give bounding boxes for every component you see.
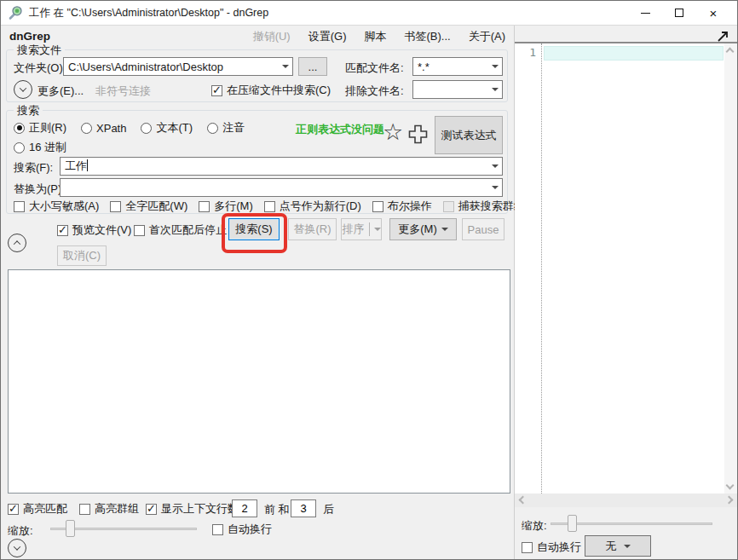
highlight-groups-checkbox[interactable]: 高亮群组 bbox=[79, 501, 139, 517]
exclude-filename-combobox[interactable] bbox=[412, 80, 503, 99]
replace-button-label: 替换(R) bbox=[293, 222, 331, 237]
chevron-down-icon[interactable] bbox=[278, 58, 292, 75]
chevron-down-icon[interactable] bbox=[487, 158, 502, 175]
search-archives-checkbox[interactable]: 在压缩文件中搜索(C) bbox=[211, 83, 331, 98]
scroll-left-icon[interactable] bbox=[519, 496, 528, 505]
option-dot-as-newline[interactable]: 点号作为新行(D) bbox=[264, 199, 361, 214]
search-group-title: 搜索 bbox=[14, 103, 43, 118]
cancel-button-label: 取消(C) bbox=[63, 248, 101, 263]
stop-after-first-match-checkbox[interactable]: 首次匹配后停止 bbox=[134, 222, 227, 238]
preview-file-checkbox[interactable]: 预览文件(V) bbox=[57, 222, 131, 238]
pause-button-label: Pause bbox=[468, 223, 499, 236]
sort-split-button: 排序 bbox=[341, 218, 382, 240]
more-options-label[interactable]: 更多(E)... bbox=[37, 84, 84, 99]
search-button[interactable]: 搜索(S) bbox=[228, 218, 280, 240]
radio-xpath[interactable]: XPath bbox=[81, 120, 126, 136]
regex-validation-message: 正则表达式没问题 bbox=[296, 122, 384, 137]
option-multiline[interactable]: 多行(M) bbox=[199, 199, 253, 214]
add-plus-icon[interactable] bbox=[407, 124, 429, 145]
close-button[interactable]: × bbox=[696, 1, 730, 25]
chevron-up-icon bbox=[14, 240, 20, 247]
menu-about[interactable]: 关于(A) bbox=[469, 29, 505, 44]
slider-thumb[interactable] bbox=[66, 520, 75, 537]
match-filename-combobox[interactable]: *.* bbox=[412, 57, 503, 76]
open-in-window-arrow-icon bbox=[716, 29, 730, 43]
chevron-down-icon[interactable] bbox=[487, 81, 502, 98]
menu-undo: 撤销(U) bbox=[253, 29, 291, 44]
bookmark-star-icon[interactable]: ☆ bbox=[383, 121, 403, 144]
radio-icon bbox=[14, 142, 25, 153]
radio-hex-label: 16 进制 bbox=[29, 140, 66, 155]
menu-brand: dnGrep bbox=[9, 30, 50, 43]
collapse-top-expander[interactable] bbox=[8, 234, 26, 252]
chevron-down-icon bbox=[374, 228, 381, 231]
preview-wrap-checkbox[interactable]: 自动换行 bbox=[522, 540, 581, 555]
search-group: 搜索 正则(R) XPath 文本(T) 注音 16 进制 正则表达式没问题 ☆… bbox=[6, 110, 508, 214]
preview-zoom-slider[interactable] bbox=[551, 515, 712, 532]
scroll-right-icon[interactable] bbox=[725, 496, 734, 505]
preview-editor[interactable]: 1 bbox=[515, 42, 737, 494]
stop-after-first-match-label: 首次匹配后停止 bbox=[149, 222, 227, 238]
syntax-dropdown[interactable]: 无 bbox=[585, 535, 651, 557]
menu-bar: dnGrep 撤销(U) 设置(G) 脚本 书签(B)... 关于(A) bbox=[1, 26, 514, 47]
option-label: 布尔操作 bbox=[388, 199, 432, 214]
menu-settings[interactable]: 设置(G) bbox=[308, 29, 347, 44]
window-title: 工作 在 "C:\Users\Administrator\Desktop" - … bbox=[29, 6, 268, 20]
test-expression-button[interactable]: 测试表达式 bbox=[435, 116, 503, 154]
show-context-lines-checkbox[interactable]: 显示上下文行数 bbox=[146, 501, 239, 517]
dngrep-window: 工作 在 "C:\Users\Administrator\Desktop" - … bbox=[0, 0, 738, 560]
chevron-down-icon[interactable] bbox=[487, 179, 502, 196]
results-wrap-checkbox[interactable]: 自动换行 bbox=[212, 522, 272, 537]
highlight-matches-checkbox[interactable]: 高亮匹配 bbox=[8, 501, 67, 517]
more-actions-button[interactable]: 更多(M) bbox=[389, 218, 457, 240]
app-logo-magnifier-icon bbox=[8, 5, 23, 20]
checkbox-icon bbox=[264, 201, 275, 212]
folder-value: C:\Users\Administrator\Desktop bbox=[64, 61, 278, 73]
search-for-combobox[interactable]: 工作 bbox=[60, 157, 503, 176]
checkbox-icon bbox=[146, 504, 157, 515]
menu-bookmarks[interactable]: 书签(B)... bbox=[404, 29, 450, 44]
sort-button-label: 排序 bbox=[343, 222, 365, 237]
radio-icon bbox=[207, 123, 218, 134]
checkbox-icon bbox=[199, 201, 210, 212]
search-button-label: 搜索(S) bbox=[235, 222, 272, 237]
cancel-button: 取消(C) bbox=[57, 245, 107, 266]
chevron-down-icon[interactable] bbox=[487, 58, 502, 75]
more-options-expander[interactable] bbox=[14, 80, 32, 99]
option-case-sensitive[interactable]: 大小写敏感(A) bbox=[14, 199, 99, 214]
results-wrap-label: 自动换行 bbox=[228, 522, 272, 537]
scroll-up-icon[interactable] bbox=[726, 48, 735, 56]
radio-text-label: 文本(T) bbox=[156, 120, 193, 136]
minimize-button[interactable] bbox=[628, 1, 662, 25]
radio-icon bbox=[14, 123, 25, 134]
exclude-filename-label: 排除文件名: bbox=[345, 84, 404, 99]
minimize-icon bbox=[641, 13, 650, 14]
vertical-scrollbar[interactable] bbox=[724, 43, 737, 494]
results-zoom-slider[interactable] bbox=[50, 520, 197, 537]
folder-combobox[interactable]: C:\Users\Administrator\Desktop bbox=[63, 57, 293, 76]
checkbox-icon bbox=[211, 85, 222, 96]
radio-phonetic[interactable]: 注音 bbox=[207, 120, 245, 136]
replace-with-combobox[interactable] bbox=[60, 178, 503, 197]
radio-text[interactable]: 文本(T) bbox=[141, 120, 193, 136]
menu-script[interactable]: 脚本 bbox=[364, 29, 386, 44]
maximize-button[interactable] bbox=[662, 1, 696, 25]
checkbox-icon bbox=[522, 542, 533, 553]
expand-bottom-expander[interactable] bbox=[8, 539, 26, 557]
option-whole-word[interactable]: 全字匹配(W) bbox=[110, 199, 187, 214]
radio-regex-label: 正则(R) bbox=[29, 120, 66, 136]
file-group: 搜索文件 文件夹(O): C:\Users\Administrator\Desk… bbox=[6, 49, 508, 102]
browse-button[interactable]: ... bbox=[298, 57, 327, 76]
option-boolean-operators[interactable]: 布尔操作 bbox=[372, 199, 432, 214]
context-after-input[interactable] bbox=[291, 499, 316, 517]
highlight-matches-label: 高亮匹配 bbox=[23, 501, 67, 517]
horizontal-scrollbar[interactable] bbox=[515, 494, 737, 507]
scroll-down-icon[interactable] bbox=[726, 482, 735, 490]
radio-hex[interactable]: 16 进制 bbox=[14, 140, 66, 155]
radio-regex[interactable]: 正则(R) bbox=[14, 120, 66, 136]
slider-thumb[interactable] bbox=[568, 515, 577, 532]
search-results-area[interactable] bbox=[8, 269, 510, 494]
match-filename-label: 匹配文件名: bbox=[345, 61, 404, 76]
context-before-input[interactable] bbox=[232, 499, 257, 517]
checkbox-icon bbox=[57, 225, 68, 236]
